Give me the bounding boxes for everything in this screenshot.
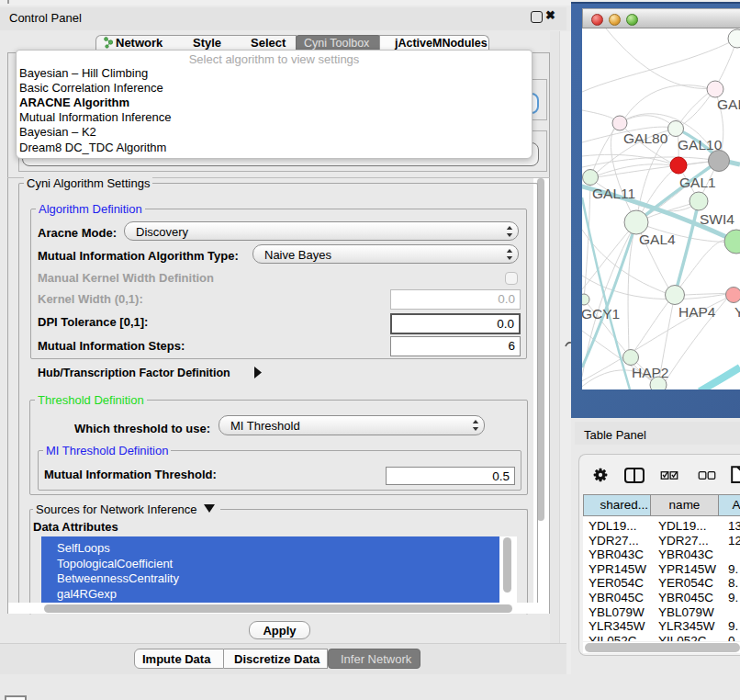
svg-text:SWI4: SWI4 xyxy=(700,211,734,227)
svg-text:Y: Y xyxy=(734,304,740,320)
svg-text:GAL: GAL xyxy=(717,96,740,112)
svg-text:GCY1: GCY1 xyxy=(582,306,620,322)
svg-text:GAL10: GAL10 xyxy=(678,137,723,152)
svg-text:GAL4: GAL4 xyxy=(639,231,676,247)
svg-text:HAP4: HAP4 xyxy=(678,304,716,320)
svg-text:GAL80: GAL80 xyxy=(623,130,668,146)
svg-text:GAL1: GAL1 xyxy=(679,175,716,190)
svg-text:HAP2: HAP2 xyxy=(632,365,669,380)
svg-text:GAL11: GAL11 xyxy=(592,186,635,201)
